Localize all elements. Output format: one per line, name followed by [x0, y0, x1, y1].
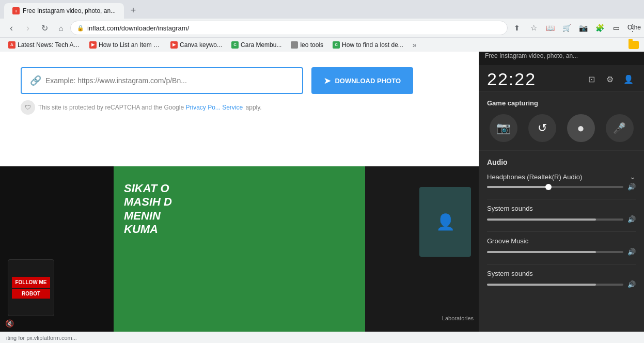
- system-sounds-2-slider[interactable]: [487, 284, 623, 286]
- privacy-link[interactable]: Privacy Po...: [185, 104, 220, 111]
- headphones-slider[interactable]: [487, 186, 623, 188]
- bm5-label: leo tools: [300, 41, 323, 49]
- recaptcha-text: This site is protected by reCAPTCHA and …: [38, 104, 262, 111]
- grid-col-center: SIKAT O MASIH D MENIN KUMA: [114, 166, 365, 332]
- instagram-input-wrapper: 🔗 ➤ DOWNLOAD PHOTO: [21, 67, 413, 94]
- audio-section-title: Audio: [487, 158, 636, 166]
- audio-separator-2: [487, 231, 636, 232]
- bookmark-item-1[interactable]: A Latest News: Tech Ad...: [4, 40, 84, 50]
- bookmark-item-2[interactable]: ▶ How to List an Item o...: [85, 40, 165, 50]
- audio-device-name: Headphones (Realtek(R) Audio): [487, 173, 582, 181]
- othe-bookmarks-label: Othe: [625, 23, 643, 32]
- forward-button[interactable]: ›: [21, 21, 35, 35]
- system-sounds-2-label: System sounds: [487, 270, 636, 277]
- system-sounds-1-slider-row: 🔊: [487, 215, 636, 223]
- gamebar-timer-section: 22:22 ⊡ ⚙ 👤: [479, 65, 644, 92]
- bookmark-item-5[interactable]: leo tools: [287, 40, 327, 50]
- instagram-url-input[interactable]: [45, 76, 294, 85]
- recaptcha-icon: 🛡: [21, 100, 35, 115]
- screenshot-button[interactable]: 📷: [490, 114, 517, 142]
- more-bookmarks-button[interactable]: »: [409, 40, 421, 50]
- groove-music-slider-row: 🔊: [487, 248, 636, 256]
- instagram-input-box[interactable]: 🔗: [21, 67, 303, 94]
- extension-icon-3[interactable]: 📷: [576, 21, 590, 35]
- download-arrow-icon: ➤: [324, 76, 331, 86]
- timer-value: 22:22: [487, 69, 536, 89]
- gamebar-settings-btn[interactable]: ⚙: [603, 72, 617, 87]
- tab-bar: i Free Instagram video, photo, an... +: [0, 0, 644, 19]
- bm5-favicon: [291, 41, 298, 49]
- headphones-slider-row: 🔊: [487, 183, 636, 191]
- robot-text: ROBOT: [12, 289, 50, 299]
- download-button-label: DOWNLOAD PHOTO: [335, 77, 401, 85]
- lock-icon: 🔒: [77, 25, 84, 32]
- timer-display-row: 22:22 ⊡ ⚙ 👤: [487, 69, 636, 89]
- grid-text-overlay: SIKAT O MASIH D MENIN KUMA: [124, 182, 172, 237]
- extension-icon-4[interactable]: 🧩: [592, 21, 607, 35]
- follow-me-text: FOLLOW ME: [12, 277, 50, 288]
- bm4-label: Cara Membu...: [241, 41, 281, 49]
- ss2-fill: [487, 284, 596, 286]
- bookmark-star-button[interactable]: ☆: [526, 21, 541, 35]
- replay-buffer-button[interactable]: ↺: [528, 114, 556, 142]
- tiktok-thumbnail: 👤: [419, 187, 471, 257]
- window-tile-icon[interactable]: ▭: [609, 21, 623, 35]
- bm6-label: How to find a lost de...: [342, 41, 403, 49]
- record-button[interactable]: ●: [567, 114, 595, 142]
- back-button[interactable]: ‹: [4, 21, 19, 35]
- bm3-label: Canva keywo...: [180, 41, 222, 49]
- bookmark-item-3[interactable]: ▶ Canva keywo...: [166, 40, 226, 50]
- share-button[interactable]: ⬆: [510, 21, 524, 35]
- gamebar-window-btn[interactable]: ⊡: [584, 72, 599, 87]
- game-capturing-title: Game capturing: [487, 99, 636, 107]
- gamebar-panel: Free Instagram video, photo, an... 22:22…: [479, 46, 644, 343]
- groove-music-slider[interactable]: [487, 251, 623, 253]
- address-bar[interactable]: 🔒 inflact.com/downloader/instagram/: [70, 21, 508, 35]
- gamebar-user-btn[interactable]: 👤: [621, 72, 636, 87]
- audio-device-chevron: ⌄: [630, 173, 636, 181]
- headphones-vol-icon: 🔊: [627, 183, 636, 191]
- bm6-favicon: C: [333, 41, 340, 49]
- refresh-button[interactable]: ↻: [37, 21, 52, 35]
- microphone-button[interactable]: 🎤: [606, 114, 634, 142]
- bm1-label: Latest News: Tech Ad...: [18, 41, 80, 49]
- recaptcha-notice: 🛡 This site is protected by reCAPTCHA an…: [21, 100, 458, 115]
- download-photo-button[interactable]: ➤ DOWNLOAD PHOTO: [311, 67, 413, 94]
- mute-icon-left: 🔇: [5, 319, 14, 328]
- home-button[interactable]: ⌂: [54, 21, 68, 35]
- game-capturing-section: Game capturing 📷 ↺ ● 🎤: [479, 92, 644, 151]
- audio-section: Audio Headphones (Realtek(R) Audio) ⌄ 🔊: [479, 151, 644, 343]
- bm3-favicon: ▶: [170, 41, 178, 49]
- ss1-fill: [487, 219, 596, 221]
- address-text: inflact.com/downloader/instagram/: [87, 24, 189, 32]
- audio-separator-1: [487, 199, 636, 199]
- active-tab[interactable]: i Free Instagram video, photo, an...: [4, 3, 124, 19]
- status-text: iting for px.vliplatform.com...: [6, 335, 77, 341]
- nav-bar: ‹ › ↻ ⌂ 🔒 inflact.com/downloader/instagr…: [0, 19, 644, 37]
- new-tab-button[interactable]: +: [126, 3, 140, 18]
- bm2-favicon: ▶: [89, 41, 97, 49]
- bookmark-item-6[interactable]: C How to find a lost de...: [328, 40, 407, 50]
- extension-icon-2[interactable]: 🛒: [559, 21, 574, 35]
- bookmark-item-4[interactable]: C Cara Membu...: [227, 40, 286, 50]
- gamebar-title: Free Instagram video, photo, an...: [485, 52, 578, 59]
- site-content: 🔗 ➤ DOWNLOAD PHOTO 🛡 This site is protec…: [0, 46, 479, 343]
- grid-col-left: FOLLOW ME ROBOT 🔇: [0, 166, 114, 332]
- bookmark-folder[interactable]: [629, 41, 639, 49]
- bm1-favicon: A: [8, 41, 15, 49]
- browser-chrome: i Free Instagram video, photo, an... + ‹…: [0, 0, 644, 46]
- bm2-label: How to List an Item o...: [99, 41, 161, 49]
- site-input-section: 🔗 ➤ DOWNLOAD PHOTO 🛡 This site is protec…: [0, 46, 479, 115]
- groove-fill: [487, 251, 596, 253]
- system-sounds-1-vol-icon: 🔊: [627, 215, 636, 223]
- system-sounds-2-vol-icon: 🔊: [627, 280, 636, 288]
- system-sounds-1-slider[interactable]: [487, 219, 623, 221]
- tab-favicon: i: [12, 7, 20, 14]
- status-bar: iting for px.vliplatform.com...: [0, 332, 644, 343]
- audio-separator-3: [487, 264, 636, 264]
- grid-col-right: 👤 Laboratories: [365, 166, 479, 332]
- extension-icon-1[interactable]: 📖: [543, 21, 557, 35]
- bm4-favicon: C: [231, 41, 239, 49]
- audio-device-row[interactable]: Headphones (Realtek(R) Audio) ⌄: [487, 173, 636, 181]
- page-area: 🔗 ➤ DOWNLOAD PHOTO 🛡 This site is protec…: [0, 46, 644, 343]
